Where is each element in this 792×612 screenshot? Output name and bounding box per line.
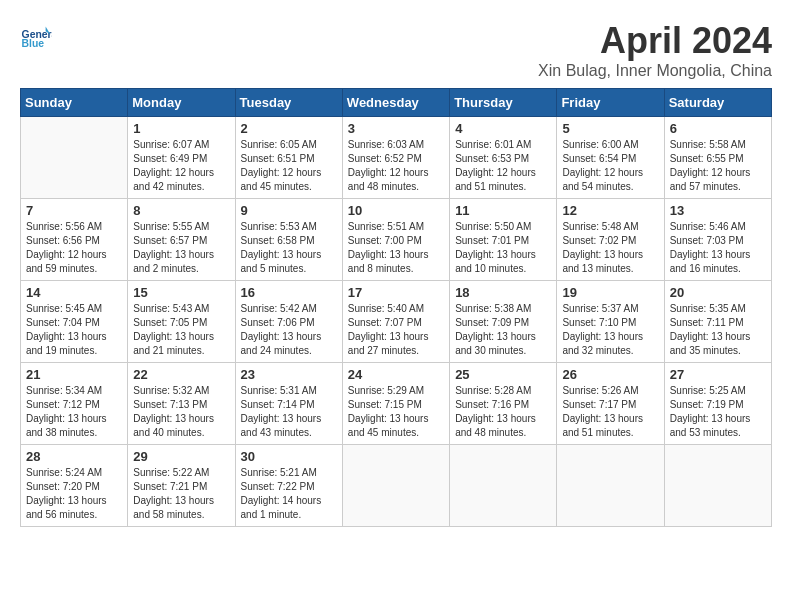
day-number: 1 [133,121,229,136]
day-number: 6 [670,121,766,136]
calendar-cell [342,445,449,527]
day-info: Sunrise: 6:07 AM Sunset: 6:49 PM Dayligh… [133,138,229,194]
day-number: 14 [26,285,122,300]
day-number: 13 [670,203,766,218]
day-info: Sunrise: 5:28 AM Sunset: 7:16 PM Dayligh… [455,384,551,440]
day-number: 4 [455,121,551,136]
day-number: 21 [26,367,122,382]
day-info: Sunrise: 5:53 AM Sunset: 6:58 PM Dayligh… [241,220,337,276]
day-info: Sunrise: 5:21 AM Sunset: 7:22 PM Dayligh… [241,466,337,522]
day-number: 16 [241,285,337,300]
day-number: 11 [455,203,551,218]
day-number: 17 [348,285,444,300]
calendar-cell: 16Sunrise: 5:42 AM Sunset: 7:06 PM Dayli… [235,281,342,363]
calendar-cell: 8Sunrise: 5:55 AM Sunset: 6:57 PM Daylig… [128,199,235,281]
day-info: Sunrise: 5:42 AM Sunset: 7:06 PM Dayligh… [241,302,337,358]
day-info: Sunrise: 5:56 AM Sunset: 6:56 PM Dayligh… [26,220,122,276]
calendar-cell: 19Sunrise: 5:37 AM Sunset: 7:10 PM Dayli… [557,281,664,363]
weekday-header: Wednesday [342,89,449,117]
calendar-cell: 28Sunrise: 5:24 AM Sunset: 7:20 PM Dayli… [21,445,128,527]
calendar-cell: 27Sunrise: 5:25 AM Sunset: 7:19 PM Dayli… [664,363,771,445]
calendar-week-row: 28Sunrise: 5:24 AM Sunset: 7:20 PM Dayli… [21,445,772,527]
day-info: Sunrise: 6:00 AM Sunset: 6:54 PM Dayligh… [562,138,658,194]
day-number: 18 [455,285,551,300]
calendar-cell: 2Sunrise: 6:05 AM Sunset: 6:51 PM Daylig… [235,117,342,199]
calendar-cell: 18Sunrise: 5:38 AM Sunset: 7:09 PM Dayli… [450,281,557,363]
calendar-cell: 22Sunrise: 5:32 AM Sunset: 7:13 PM Dayli… [128,363,235,445]
calendar-week-row: 21Sunrise: 5:34 AM Sunset: 7:12 PM Dayli… [21,363,772,445]
weekday-header: Friday [557,89,664,117]
calendar-cell: 9Sunrise: 5:53 AM Sunset: 6:58 PM Daylig… [235,199,342,281]
day-number: 12 [562,203,658,218]
logo-icon: General Blue [20,20,52,52]
day-number: 2 [241,121,337,136]
day-number: 20 [670,285,766,300]
calendar-week-row: 14Sunrise: 5:45 AM Sunset: 7:04 PM Dayli… [21,281,772,363]
day-info: Sunrise: 5:38 AM Sunset: 7:09 PM Dayligh… [455,302,551,358]
day-info: Sunrise: 5:55 AM Sunset: 6:57 PM Dayligh… [133,220,229,276]
day-number: 7 [26,203,122,218]
calendar-cell: 5Sunrise: 6:00 AM Sunset: 6:54 PM Daylig… [557,117,664,199]
day-number: 3 [348,121,444,136]
calendar-cell: 10Sunrise: 5:51 AM Sunset: 7:00 PM Dayli… [342,199,449,281]
calendar-table: SundayMondayTuesdayWednesdayThursdayFrid… [20,88,772,527]
calendar-body: 1Sunrise: 6:07 AM Sunset: 6:49 PM Daylig… [21,117,772,527]
calendar-header: SundayMondayTuesdayWednesdayThursdayFrid… [21,89,772,117]
calendar-cell: 13Sunrise: 5:46 AM Sunset: 7:03 PM Dayli… [664,199,771,281]
day-info: Sunrise: 5:48 AM Sunset: 7:02 PM Dayligh… [562,220,658,276]
calendar-cell: 12Sunrise: 5:48 AM Sunset: 7:02 PM Dayli… [557,199,664,281]
calendar-cell: 1Sunrise: 6:07 AM Sunset: 6:49 PM Daylig… [128,117,235,199]
calendar-cell: 4Sunrise: 6:01 AM Sunset: 6:53 PM Daylig… [450,117,557,199]
day-number: 27 [670,367,766,382]
day-number: 15 [133,285,229,300]
weekday-header: Saturday [664,89,771,117]
calendar-week-row: 1Sunrise: 6:07 AM Sunset: 6:49 PM Daylig… [21,117,772,199]
day-info: Sunrise: 5:22 AM Sunset: 7:21 PM Dayligh… [133,466,229,522]
day-info: Sunrise: 5:51 AM Sunset: 7:00 PM Dayligh… [348,220,444,276]
calendar-cell: 15Sunrise: 5:43 AM Sunset: 7:05 PM Dayli… [128,281,235,363]
day-info: Sunrise: 6:05 AM Sunset: 6:51 PM Dayligh… [241,138,337,194]
day-info: Sunrise: 5:26 AM Sunset: 7:17 PM Dayligh… [562,384,658,440]
calendar-cell: 24Sunrise: 5:29 AM Sunset: 7:15 PM Dayli… [342,363,449,445]
calendar-cell [664,445,771,527]
calendar-cell: 7Sunrise: 5:56 AM Sunset: 6:56 PM Daylig… [21,199,128,281]
calendar-cell: 26Sunrise: 5:26 AM Sunset: 7:17 PM Dayli… [557,363,664,445]
day-info: Sunrise: 5:40 AM Sunset: 7:07 PM Dayligh… [348,302,444,358]
calendar-title: April 2024 [538,20,772,62]
calendar-cell: 3Sunrise: 6:03 AM Sunset: 6:52 PM Daylig… [342,117,449,199]
day-info: Sunrise: 5:35 AM Sunset: 7:11 PM Dayligh… [670,302,766,358]
day-number: 24 [348,367,444,382]
day-number: 23 [241,367,337,382]
weekday-header: Monday [128,89,235,117]
day-info: Sunrise: 5:45 AM Sunset: 7:04 PM Dayligh… [26,302,122,358]
weekday-header: Sunday [21,89,128,117]
day-info: Sunrise: 5:37 AM Sunset: 7:10 PM Dayligh… [562,302,658,358]
page-header: General Blue April 2024 Xin Bulag, Inner… [20,20,772,80]
day-info: Sunrise: 5:32 AM Sunset: 7:13 PM Dayligh… [133,384,229,440]
calendar-subtitle: Xin Bulag, Inner Mongolia, China [538,62,772,80]
calendar-cell [557,445,664,527]
calendar-cell: 25Sunrise: 5:28 AM Sunset: 7:16 PM Dayli… [450,363,557,445]
weekday-row: SundayMondayTuesdayWednesdayThursdayFrid… [21,89,772,117]
day-number: 9 [241,203,337,218]
day-info: Sunrise: 5:46 AM Sunset: 7:03 PM Dayligh… [670,220,766,276]
day-number: 28 [26,449,122,464]
day-info: Sunrise: 5:24 AM Sunset: 7:20 PM Dayligh… [26,466,122,522]
day-info: Sunrise: 5:34 AM Sunset: 7:12 PM Dayligh… [26,384,122,440]
day-info: Sunrise: 5:58 AM Sunset: 6:55 PM Dayligh… [670,138,766,194]
day-number: 29 [133,449,229,464]
day-number: 25 [455,367,551,382]
calendar-cell: 29Sunrise: 5:22 AM Sunset: 7:21 PM Dayli… [128,445,235,527]
day-info: Sunrise: 5:50 AM Sunset: 7:01 PM Dayligh… [455,220,551,276]
calendar-cell: 20Sunrise: 5:35 AM Sunset: 7:11 PM Dayli… [664,281,771,363]
calendar-cell [21,117,128,199]
day-number: 10 [348,203,444,218]
day-info: Sunrise: 5:31 AM Sunset: 7:14 PM Dayligh… [241,384,337,440]
day-number: 30 [241,449,337,464]
calendar-cell: 11Sunrise: 5:50 AM Sunset: 7:01 PM Dayli… [450,199,557,281]
weekday-header: Thursday [450,89,557,117]
weekday-header: Tuesday [235,89,342,117]
day-info: Sunrise: 5:25 AM Sunset: 7:19 PM Dayligh… [670,384,766,440]
day-info: Sunrise: 6:03 AM Sunset: 6:52 PM Dayligh… [348,138,444,194]
calendar-cell: 30Sunrise: 5:21 AM Sunset: 7:22 PM Dayli… [235,445,342,527]
